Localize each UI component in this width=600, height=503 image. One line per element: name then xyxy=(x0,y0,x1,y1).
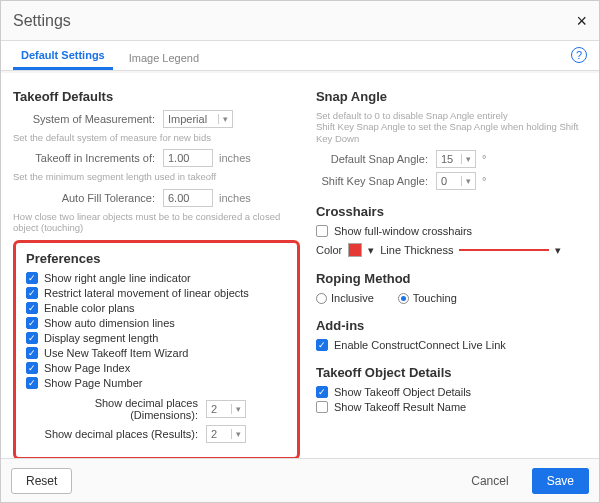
reset-button[interactable]: Reset xyxy=(11,468,72,494)
dec-dim-select[interactable]: 2▾ xyxy=(206,400,246,418)
dialog-footer: Reset Cancel Save xyxy=(1,458,599,502)
cb-seg-length[interactable] xyxy=(26,332,38,344)
cb-page-number[interactable] xyxy=(26,377,38,389)
cb-color-plans-label: Enable color plans xyxy=(44,302,135,314)
cross-thick-select[interactable] xyxy=(459,249,549,251)
cb-auto-dim[interactable] xyxy=(26,317,38,329)
incr-input[interactable]: 1.00 xyxy=(163,149,213,167)
snap-hint: Set default to 0 to disable Snap Angle e… xyxy=(316,110,587,144)
tab-default-settings[interactable]: Default Settings xyxy=(13,43,113,70)
close-icon[interactable]: × xyxy=(576,1,587,41)
cb-restrict-lateral-label: Restrict lateral movement of linear obje… xyxy=(44,287,249,299)
chevron-down-icon: ▾ xyxy=(231,429,241,439)
incr-unit: inches xyxy=(219,152,251,164)
dec-dim-label: Show decimal places (Dimensions): xyxy=(26,397,206,421)
cb-page-index-label: Show Page Index xyxy=(44,362,130,374)
system-select[interactable]: Imperial ▾ xyxy=(163,110,233,128)
snap-shift-deg: ° xyxy=(482,175,486,187)
cross-color-swatch[interactable] xyxy=(348,243,362,257)
cb-live-link-label: Enable ConstructConnect Live Link xyxy=(334,339,506,351)
radio-touching[interactable] xyxy=(398,293,409,304)
dec-res-label: Show decimal places (Results): xyxy=(26,428,206,440)
cb-show-details-label: Show Takeoff Object Details xyxy=(334,386,471,398)
snap-shift-label: Shift Key Snap Angle: xyxy=(316,175,436,187)
incr-label: Takeoff in Increments of: xyxy=(13,152,163,164)
autofill-input[interactable]: 6.00 xyxy=(163,189,213,207)
autofill-label: Auto Fill Tolerance: xyxy=(13,192,163,204)
radio-touching-label: Touching xyxy=(413,292,457,304)
system-hint: Set the default system of measure for ne… xyxy=(13,132,300,143)
details-heading: Takeoff Object Details xyxy=(316,365,587,380)
autofill-hint: How close two linear objects must be to … xyxy=(13,211,300,234)
snap-def-deg: ° xyxy=(482,153,486,165)
cb-auto-dim-label: Show auto dimension lines xyxy=(44,317,175,329)
addins-heading: Add-ins xyxy=(316,318,587,333)
cb-show-result-name[interactable] xyxy=(316,401,328,413)
dialog-title: Settings xyxy=(13,1,71,41)
cb-full-crosshairs[interactable] xyxy=(316,225,328,237)
roping-heading: Roping Method xyxy=(316,271,587,286)
tab-image-legend[interactable]: Image Legend xyxy=(121,46,207,70)
radio-inclusive-label: Inclusive xyxy=(331,292,374,304)
chevron-down-icon: ▾ xyxy=(461,176,471,186)
save-button[interactable]: Save xyxy=(532,468,589,494)
cb-right-angle-label: Show right angle line indicator xyxy=(44,272,191,284)
cb-new-wizard-label: Use New Takeoff Item Wizard xyxy=(44,347,188,359)
prefs-heading: Preferences xyxy=(26,251,287,266)
chevron-down-icon: ▾ xyxy=(555,244,561,257)
snap-def-label: Default Snap Angle: xyxy=(316,153,436,165)
cross-color-label: Color xyxy=(316,244,342,256)
cross-thick-label: Line Thickness xyxy=(380,244,453,256)
takeoff-defaults-heading: Takeoff Defaults xyxy=(13,89,300,104)
cb-live-link[interactable] xyxy=(316,339,328,351)
cb-restrict-lateral[interactable] xyxy=(26,287,38,299)
snap-shift-select[interactable]: 0▾ xyxy=(436,172,476,190)
cb-show-result-name-label: Show Takeoff Result Name xyxy=(334,401,466,413)
snap-heading: Snap Angle xyxy=(316,89,587,104)
cb-seg-length-label: Display segment length xyxy=(44,332,158,344)
cancel-button[interactable]: Cancel xyxy=(457,469,522,493)
snap-def-select[interactable]: 15▾ xyxy=(436,150,476,168)
preferences-panel: Preferences Show right angle line indica… xyxy=(13,240,300,458)
dec-res-select[interactable]: 2▾ xyxy=(206,425,246,443)
system-label: System of Measurement: xyxy=(13,113,163,125)
chevron-down-icon: ▾ xyxy=(368,244,374,257)
cb-full-crosshairs-label: Show full-window crosshairs xyxy=(334,225,472,237)
cb-right-angle[interactable] xyxy=(26,272,38,284)
tab-bar: Default Settings Image Legend ? xyxy=(1,41,599,71)
cb-show-details[interactable] xyxy=(316,386,328,398)
chevron-down-icon: ▾ xyxy=(231,404,241,414)
radio-inclusive[interactable] xyxy=(316,293,327,304)
cb-color-plans[interactable] xyxy=(26,302,38,314)
dialog-content: Takeoff Defaults System of Measurement: … xyxy=(1,73,599,458)
chevron-down-icon: ▾ xyxy=(461,154,471,164)
chevron-down-icon: ▾ xyxy=(218,114,228,124)
cb-page-index[interactable] xyxy=(26,362,38,374)
cross-heading: Crosshairs xyxy=(316,204,587,219)
cb-new-wizard[interactable] xyxy=(26,347,38,359)
help-icon[interactable]: ? xyxy=(571,47,587,63)
autofill-unit: inches xyxy=(219,192,251,204)
incr-hint: Set the minimum segment length used in t… xyxy=(13,171,300,182)
cb-page-number-label: Show Page Number xyxy=(44,377,142,389)
